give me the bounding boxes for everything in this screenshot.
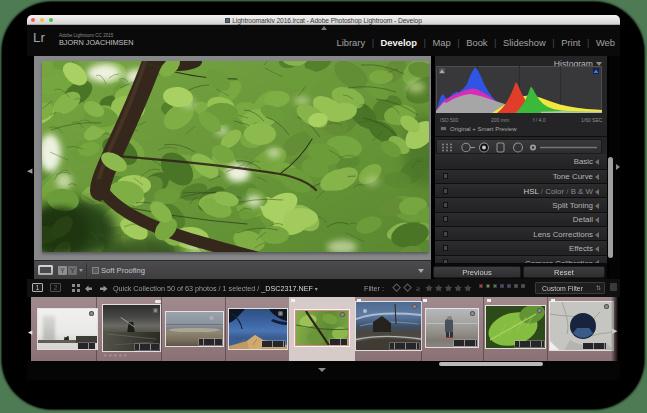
svg-text:≥: ≥ [416, 284, 420, 293]
